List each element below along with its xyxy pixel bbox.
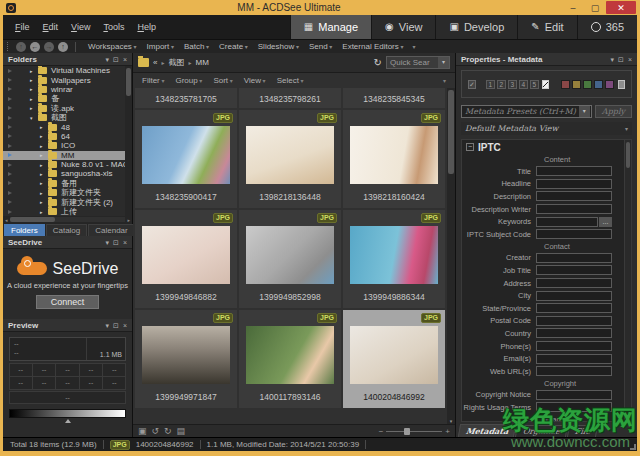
field-input[interactable] [536, 402, 612, 412]
clear-rating-button[interactable] [542, 80, 549, 89]
rating-button[interactable]: 4 [519, 80, 528, 89]
forward-button[interactable]: → [44, 42, 54, 52]
expand-arrow-icon[interactable] [30, 96, 36, 102]
expand-arrow-icon[interactable] [40, 199, 46, 205]
panel-pin-icon[interactable] [618, 56, 624, 63]
folder-tree-row[interactable]: 48 [3, 122, 125, 131]
menu-item[interactable]: Edit [43, 22, 59, 32]
properties-tab[interactable]: File [567, 425, 599, 437]
field-input[interactable] [536, 366, 612, 376]
thumbnail-tile[interactable]: JPG 1398218136448 [239, 110, 341, 208]
easy-select-column[interactable] [3, 163, 16, 167]
panel-pin-icon[interactable] [113, 322, 119, 329]
close-button[interactable]: ✕ [606, 1, 636, 14]
toolbar-menu[interactable]: External Editors [337, 42, 408, 51]
rating-button[interactable]: 2 [497, 80, 506, 89]
toolbar-menu[interactable]: Workspaces [83, 42, 142, 51]
rating-button[interactable]: 3 [508, 80, 517, 89]
tag-checkbox[interactable]: ✓ [468, 80, 476, 89]
expand-arrow-icon[interactable] [40, 124, 46, 130]
mode-button[interactable]: Edit [517, 15, 576, 39]
easy-select-column[interactable] [3, 134, 16, 138]
quick-search-box[interactable]: Quick Sear ▾ [386, 56, 450, 69]
expand-arrow-icon[interactable] [30, 86, 36, 92]
thumbnail-tile-partial[interactable]: 1348235781705 [135, 88, 237, 108]
toolbar-menu[interactable]: Import [142, 42, 179, 51]
metadata-view-combo[interactable]: Default Metadata View ▾ [461, 122, 632, 135]
expand-arrow-icon[interactable] [30, 105, 36, 111]
combo-dropdown-icon[interactable]: ▾ [579, 106, 590, 117]
zoom-in-icon[interactable]: + [445, 427, 450, 436]
panel-menu-icon[interactable] [106, 56, 110, 63]
menu-item[interactable]: View [71, 22, 90, 32]
field-input[interactable] [536, 166, 612, 176]
field-input[interactable] [536, 316, 612, 326]
clear-color-label-button[interactable] [618, 80, 625, 89]
easy-select-column[interactable] [3, 181, 16, 185]
thumbnail-tile[interactable]: JPG 1399949846882 [135, 210, 237, 308]
more-button[interactable]: ... [599, 217, 612, 227]
rating-button[interactable]: 1 [486, 80, 495, 89]
mode-button[interactable]: Develop [435, 15, 517, 39]
sidebar-tab[interactable]: Calendar [88, 224, 134, 236]
thumbnail-tile[interactable]: JPG 1348235900417 [135, 110, 237, 208]
rotate-left-icon[interactable]: ↺ [152, 427, 160, 436]
thumbnail-tile[interactable]: JPG 1399949886344 [343, 210, 445, 308]
properties-tab[interactable]: Organize [515, 425, 568, 437]
toolbar-menu[interactable]: Create [214, 42, 253, 51]
thumbnail-tile-partial[interactable]: 1348235798261 [239, 88, 341, 108]
tree-vertical-scrollbar[interactable] [125, 66, 132, 216]
mode-button[interactable]: Manage [290, 15, 371, 39]
easy-select-column[interactable] [3, 200, 16, 204]
easy-select-column[interactable] [3, 210, 16, 214]
zoom-slider[interactable] [386, 431, 442, 432]
folder-tree-row[interactable]: Nuke 8.0 v1 - MAC [3, 160, 125, 169]
easy-select-column[interactable] [3, 172, 16, 176]
field-input[interactable] [536, 191, 612, 201]
field-input[interactable] [536, 278, 612, 288]
expand-arrow-icon[interactable] [30, 68, 36, 74]
easy-select-column[interactable] [3, 87, 16, 91]
color-label-button[interactable] [583, 80, 592, 89]
grid-scroll-thumb[interactable] [448, 90, 454, 174]
zoom-slider-thumb[interactable] [404, 428, 410, 435]
expand-arrow-icon[interactable] [30, 115, 36, 121]
easy-select-column[interactable] [3, 153, 16, 157]
field-input[interactable] [536, 390, 612, 400]
folder-tree-row[interactable]: 上传 [3, 207, 125, 216]
rating-button[interactable]: 5 [530, 80, 539, 89]
thumbnail-tile-partial[interactable]: 1348235845345 [343, 88, 445, 108]
panel-close-icon[interactable] [628, 56, 632, 63]
seedrive-connect-button[interactable]: Connect [36, 295, 100, 309]
zoom-out-icon[interactable]: − [379, 427, 384, 436]
sidebar-tab[interactable]: Folders [4, 224, 45, 236]
folder-tree-row[interactable]: 64 [3, 132, 125, 141]
panel-menu-icon[interactable] [106, 239, 110, 246]
expand-arrow-icon[interactable] [40, 209, 46, 215]
field-input[interactable] [536, 217, 598, 227]
folder-tree-row[interactable]: 截图 [3, 113, 125, 122]
sidebar-tab[interactable]: Catalog [46, 224, 88, 236]
back-button[interactable]: ← [30, 42, 40, 52]
thumbnail-tile[interactable]: JPG 1399949971847 [135, 310, 237, 408]
rotate-right-icon[interactable]: ↻ [164, 427, 172, 436]
field-input[interactable] [536, 341, 612, 351]
easy-select-column[interactable] [3, 125, 16, 129]
panel-close-icon[interactable] [123, 322, 127, 329]
filter-menu[interactable]: View [244, 76, 266, 85]
apply-button[interactable]: Apply [595, 105, 632, 118]
resize-grip[interactable] [630, 444, 636, 450]
field-input[interactable] [536, 229, 612, 239]
breadcrumb-crumb[interactable]: MM [195, 58, 208, 67]
field-input[interactable] [536, 179, 612, 189]
up-button[interactable]: ↑ [58, 42, 68, 52]
breadcrumb-crumb[interactable]: 截图 [168, 57, 184, 68]
quick-search-dropdown-icon[interactable]: ▾ [438, 57, 449, 68]
thumbnail-tile[interactable]: JPG 1400204846992 [343, 310, 445, 408]
grid-vertical-scrollbar[interactable]: ▾ [447, 88, 455, 424]
filterbar-overflow-icon[interactable]: ▾ [443, 77, 446, 84]
preview-gradient-marker-icon[interactable] [65, 419, 71, 423]
folder-tree-row[interactable]: ICO [3, 141, 125, 150]
expand-arrow-icon[interactable] [40, 143, 46, 149]
color-label-button[interactable] [594, 80, 603, 89]
